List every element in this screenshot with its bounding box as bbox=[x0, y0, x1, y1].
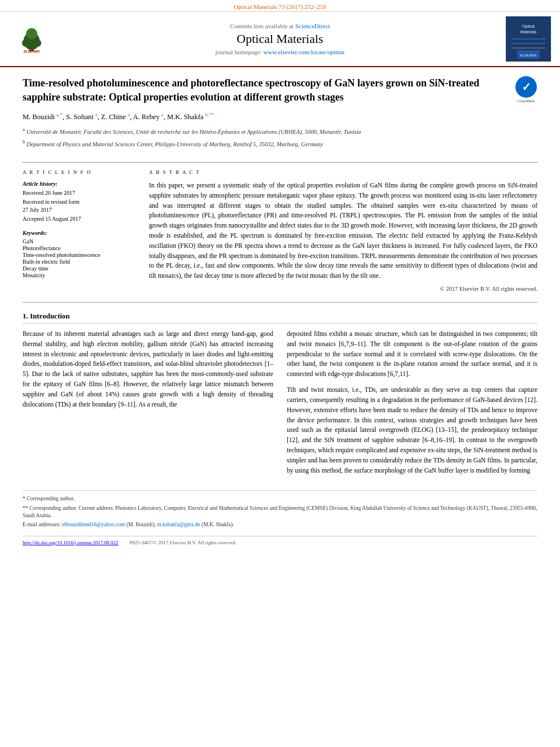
article-history: Article history: Received 20 June 2017 R… bbox=[23, 181, 135, 223]
received-revised-date: Received in revised form 27 July 2017 bbox=[23, 198, 135, 214]
journal-homepage: journal homepage: www.elsevier.com/locat… bbox=[60, 49, 500, 55]
journal-citation: Optical Materials 73 (2017) 252–259 bbox=[234, 3, 326, 10]
keywords-label: Keywords: bbox=[23, 230, 135, 236]
accepted-date: Accepted 15 August 2017 bbox=[23, 215, 135, 223]
article-title-area: Time-resolved photoluminescence and phot… bbox=[23, 76, 506, 151]
email-1-link[interactable]: elbouzidimed16@yahoo.com bbox=[62, 522, 125, 527]
article-info-column: A R T I C L E I N F O Article history: R… bbox=[23, 169, 135, 292]
svg-text:Optical: Optical bbox=[522, 24, 535, 29]
abstract-text: In this paper, we present a systematic s… bbox=[149, 181, 537, 281]
received-date: Received 20 June 2017 bbox=[23, 189, 135, 197]
footnote-emails: E-mail addresses: elbouzidimed16@yahoo.c… bbox=[23, 521, 537, 528]
introduction-columns: Because of its inherent material advanta… bbox=[23, 329, 537, 481]
svg-text:ELSEVIER: ELSEVIER bbox=[520, 54, 537, 57]
keyword-6: Mosaicity bbox=[23, 272, 135, 278]
intro-paragraph-2: deposited films exhibit a mosaic structu… bbox=[287, 329, 537, 379]
svg-point-2 bbox=[22, 39, 32, 47]
article-title-section: Time-resolved photoluminescence and phot… bbox=[23, 76, 537, 155]
keyword-5: Decay time bbox=[23, 265, 135, 272]
main-content: Time-resolved photoluminescence and phot… bbox=[0, 67, 560, 554]
footnote-corresponding-1: * Corresponding author. bbox=[23, 495, 537, 503]
section-title: Introduction bbox=[30, 312, 70, 320]
section-number: 1. bbox=[23, 312, 28, 320]
homepage-url[interactable]: www.elsevier.com/locate/optmat bbox=[263, 49, 344, 55]
sciencedirect-link[interactable]: ScienceDirect bbox=[295, 23, 330, 29]
keyword-2: Photoreflectance bbox=[23, 245, 135, 251]
keyword-4: Built-in electric field bbox=[23, 259, 135, 265]
affiliation-b: b Department of Physics and Material Sci… bbox=[23, 138, 506, 148]
journal-cover-image: Optical Materials ELSEVIER bbox=[506, 16, 551, 62]
intro-col-right: deposited films exhibit a mosaic structu… bbox=[287, 329, 537, 481]
history-label: Article history: bbox=[23, 181, 135, 187]
page-footer: http://dx.doi.org/10.1016/j.optmat.2017.… bbox=[23, 536, 537, 545]
keywords-section: Keywords: GaN Photoreflectance Time-reso… bbox=[23, 230, 135, 278]
crossmark-badge: ✓ bbox=[515, 76, 537, 98]
crossmark-label: CrossMark bbox=[517, 99, 535, 103]
svg-point-4 bbox=[26, 28, 37, 40]
section-divider bbox=[23, 302, 537, 303]
journal-citation-bar: Optical Materials 73 (2017) 252–259 bbox=[0, 0, 560, 12]
doi-link[interactable]: http://dx.doi.org/10.1016/j.optmat.2017.… bbox=[23, 540, 119, 545]
svg-text:Materials: Materials bbox=[520, 30, 537, 34]
authors-line: M. Bouzidi a,*, S. Soltani a, Z. Chine a… bbox=[23, 111, 506, 121]
abstract-label: A B S T R A C T bbox=[149, 169, 537, 175]
email-2-link[interactable]: m.kshakfa@gmx.de bbox=[157, 522, 200, 527]
keyword-1: GaN bbox=[23, 238, 135, 244]
elsevier-tree-logo: ELSEVIER bbox=[12, 25, 51, 53]
introduction-heading: 1. Introduction bbox=[23, 312, 537, 324]
footnotes: * Corresponding author. ** Corresponding… bbox=[23, 490, 537, 528]
elsevier-logo-area: ELSEVIER bbox=[9, 25, 54, 53]
svg-point-3 bbox=[32, 39, 41, 47]
abstract-column: A B S T R A C T In this paper, we presen… bbox=[149, 169, 537, 292]
crossmark-area: ✓ CrossMark bbox=[515, 76, 537, 103]
authors-text: M. Bouzidi a,*, S. Soltani a, Z. Chine a… bbox=[23, 113, 214, 121]
svg-text:ELSEVIER: ELSEVIER bbox=[24, 50, 40, 53]
sciencedirect-line: Contents lists available at ScienceDirec… bbox=[60, 23, 500, 29]
article-title: Time-resolved photoluminescence and phot… bbox=[23, 76, 506, 104]
journal-header-center: Contents lists available at ScienceDirec… bbox=[54, 23, 506, 55]
journal-title: Optical Materials bbox=[60, 32, 500, 46]
footnote-corresponding-2: ** Corresponding author. Current address… bbox=[23, 505, 537, 520]
intro-paragraph-3: Tilt and twist mosaics, i.e., TDs, are u… bbox=[287, 385, 537, 475]
copyright-line: © 2017 Elsevier B.V. All rights reserved… bbox=[149, 286, 537, 292]
affiliation-a: a Université de Monastir, Faculté des Sc… bbox=[23, 126, 506, 136]
keyword-3: Time-resolved photoluminescence bbox=[23, 252, 135, 258]
info-abstract-columns: A R T I C L E I N F O Article history: R… bbox=[23, 162, 537, 292]
intro-col-left: Because of its inherent material advanta… bbox=[23, 329, 273, 481]
journal-header: ELSEVIER Contents lists available at Sci… bbox=[0, 12, 560, 67]
issn-line: 0925-3467/© 2017 Elsevier B.V. All right… bbox=[130, 540, 237, 545]
article-info-label: A R T I C L E I N F O bbox=[23, 169, 135, 175]
intro-paragraph-1: Because of its inherent material advanta… bbox=[23, 329, 273, 410]
